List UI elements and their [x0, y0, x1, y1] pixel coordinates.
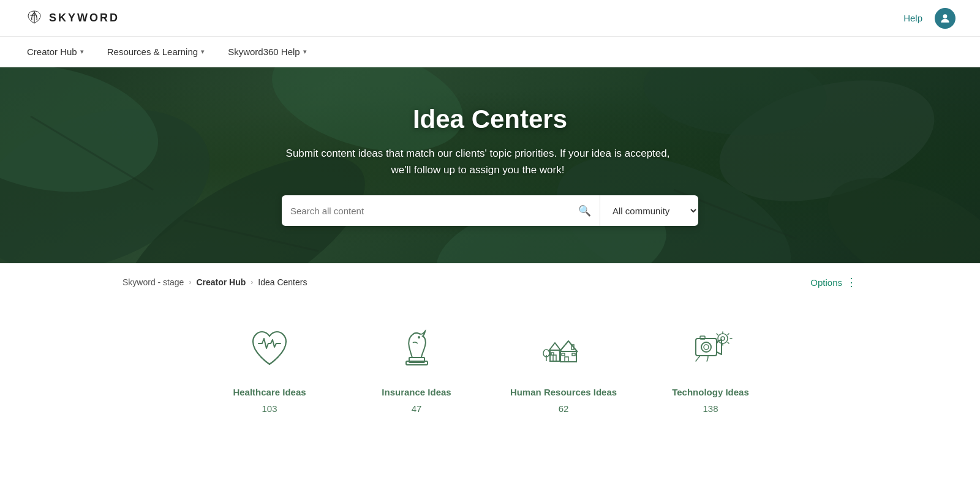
community-select[interactable]: All community My community [600, 195, 698, 226]
chevron-down-icon: ▾ [80, 48, 84, 56]
options-button[interactable]: Options ⋮ [810, 275, 858, 289]
top-right-nav: Help [903, 8, 956, 29]
svg-point-29 [704, 345, 709, 350]
svg-rect-17 [550, 350, 560, 361]
search-input[interactable] [290, 206, 573, 216]
card-technology-title: Technology Ideas [672, 386, 749, 399]
cards-section: Healthcare Ideas 103 Insurance Ideas [0, 301, 980, 451]
help-link[interactable]: Help [903, 13, 922, 23]
breadcrumb-sep-1: › [189, 278, 191, 286]
card-hr-title: Human Resources Ideas [510, 386, 617, 399]
card-human-resources[interactable]: Human Resources Ideas 62 [505, 320, 622, 414]
card-insurance[interactable]: Insurance Ideas 47 [358, 320, 475, 414]
chevron-down-icon: ▾ [201, 48, 205, 56]
cards-grid: Healthcare Ideas 103 Insurance Ideas [98, 320, 882, 414]
insurance-icon [389, 320, 444, 375]
card-healthcare-title: Healthcare Ideas [233, 386, 306, 399]
svg-point-32 [721, 337, 725, 340]
breadcrumb-sep-2: › [251, 278, 253, 286]
card-healthcare[interactable]: Healthcare Ideas 103 [211, 320, 328, 414]
svg-rect-18 [553, 355, 556, 361]
options-dots-icon: ⋮ [846, 275, 858, 289]
top-bar: SKYWORD Help [0, 0, 980, 37]
hero-subtitle: Submit content ideas that match our clie… [282, 145, 674, 178]
technology-icon [683, 320, 738, 375]
svg-point-28 [701, 342, 711, 352]
nav-bar: Creator Hub ▾ Resources & Learning ▾ Sky… [0, 37, 980, 67]
breadcrumb-creator-hub[interactable]: Creator Hub [196, 277, 246, 287]
breadcrumb-bar: Skyword - stage › Creator Hub › Idea Cen… [0, 263, 980, 301]
search-icon: 🔍 [578, 204, 591, 217]
user-avatar[interactable] [935, 8, 956, 29]
logo-text: SKYWORD [49, 12, 119, 24]
nav-skyword360-help[interactable]: Skyword360 Help ▾ [225, 37, 309, 67]
svg-rect-21 [565, 357, 568, 362]
card-hr-count: 62 [559, 403, 569, 414]
nav-creator-hub[interactable]: Creator Hub ▾ [24, 37, 86, 67]
svg-rect-22 [562, 353, 565, 356]
healthcare-icon [242, 320, 297, 375]
svg-point-1 [943, 14, 948, 18]
hero-title: Idea Centers [282, 105, 698, 134]
hero-section: Idea Centers Submit content ideas that m… [0, 67, 980, 263]
svg-point-31 [718, 334, 728, 343]
card-healthcare-count: 103 [262, 403, 277, 414]
human-resources-icon [536, 320, 591, 375]
search-input-wrap: 🔍 [282, 195, 600, 226]
chevron-down-icon: ▾ [303, 48, 307, 56]
card-insurance-title: Insurance Ideas [382, 386, 451, 399]
options-label: Options [810, 277, 842, 288]
svg-rect-27 [696, 339, 717, 356]
svg-rect-30 [700, 336, 705, 339]
breadcrumb: Skyword - stage › Creator Hub › Idea Cen… [123, 277, 307, 287]
svg-rect-19 [551, 353, 554, 355]
card-insurance-count: 47 [412, 403, 422, 414]
logo[interactable]: SKYWORD [24, 9, 119, 28]
nav-resources-learning[interactable]: Resources & Learning ▾ [105, 37, 207, 67]
hero-content: Idea Centers Submit content ideas that m… [282, 105, 698, 226]
breadcrumb-idea-centers: Idea Centers [258, 277, 307, 287]
card-technology-count: 138 [703, 403, 718, 414]
svg-rect-23 [572, 353, 575, 356]
card-technology[interactable]: Technology Ideas 138 [652, 320, 769, 414]
search-bar: 🔍 All community My community [282, 195, 698, 226]
svg-point-16 [418, 336, 420, 339]
breadcrumb-skyword-stage: Skyword - stage [123, 277, 184, 287]
